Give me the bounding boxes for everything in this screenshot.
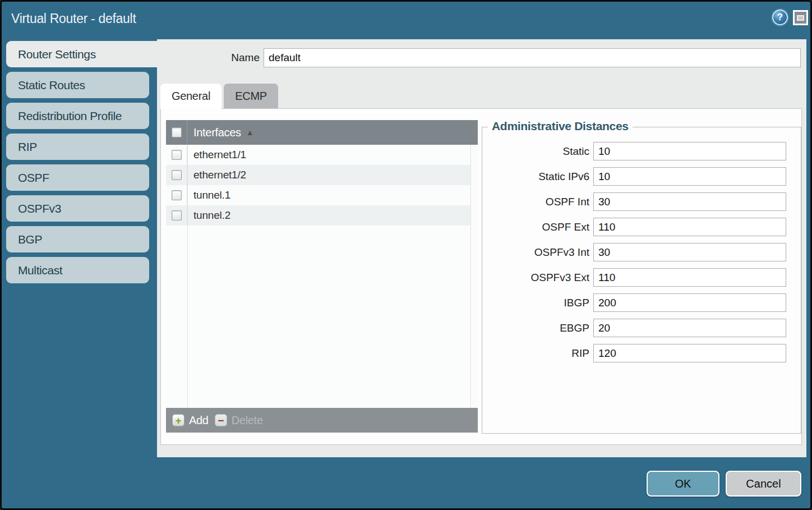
help-icon-glyph: ? [777, 12, 783, 22]
sidebar-item-router-settings[interactable]: Router Settings [6, 41, 157, 67]
ok-button[interactable]: OK [647, 471, 719, 497]
sidebar-item-rip[interactable]: RIP [6, 134, 149, 160]
row-checkbox[interactable] [172, 150, 182, 160]
sidebar-item-bgp[interactable]: BGP [6, 226, 149, 252]
delete-button-label: Delete [232, 414, 263, 427]
ospf-int-label: OSPF Int [482, 196, 589, 208]
table-row[interactable]: tunnel.1 [166, 185, 478, 205]
router-settings-panel: Name General ECMP Interfaces ▲ ethe [157, 39, 806, 457]
sort-ascending-icon[interactable]: ▲ [246, 128, 254, 137]
ospfv3-ext-label: OSPFv3 Ext [482, 272, 589, 284]
name-label: Name [157, 52, 260, 64]
form-row: OSPF Ext [482, 218, 801, 236]
rip-label: RIP [482, 347, 589, 360]
form-row: OSPFv3 Int [482, 243, 801, 261]
static-label: Static [482, 145, 589, 158]
ebgp-label: EBGP [482, 322, 589, 334]
sidebar-item-multicast[interactable]: Multicast [6, 257, 149, 283]
form-row: Static [482, 142, 801, 160]
form-row: EBGP [482, 319, 801, 337]
add-button[interactable]: + Add [172, 414, 209, 427]
interfaces-table-header[interactable]: Interfaces ▲ [166, 120, 478, 145]
interface-name: ethernet1/2 [193, 169, 246, 181]
table-row[interactable]: ethernet1/2 [166, 165, 478, 185]
table-row[interactable]: tunnel.2 [166, 205, 478, 226]
interfaces-column-header: Interfaces [193, 126, 241, 139]
column-separator [187, 145, 188, 408]
tab-general[interactable]: General [160, 84, 222, 109]
minimize-icon-glyph [797, 15, 804, 21]
minus-icon: − [215, 414, 227, 426]
ospf-int-input[interactable] [593, 192, 786, 211]
row-checkbox[interactable] [172, 210, 182, 220]
static-input[interactable] [593, 142, 786, 160]
dialog-title: Virtual Router - default [11, 11, 136, 26]
plus-icon: + [172, 414, 184, 426]
interfaces-table-footer: + Add − Delete [166, 408, 478, 433]
administrative-distances-form: Static Static IPv6 OSPF Int OSPF Ext [482, 142, 801, 362]
form-row: OSPF Int [482, 192, 801, 211]
table-row[interactable]: ethernet1/1 [166, 145, 478, 165]
minimize-icon[interactable] [793, 10, 808, 25]
table-scrollbar[interactable] [470, 145, 478, 408]
delete-button[interactable]: − Delete [215, 414, 263, 427]
sidebar-item-static-routes[interactable]: Static Routes [6, 72, 149, 98]
ospf-ext-label: OSPF Ext [482, 221, 589, 233]
ibgp-label: IBGP [482, 297, 589, 309]
help-icon[interactable]: ? [772, 10, 788, 25]
administrative-distances-title: Administrative Distances [488, 120, 633, 133]
form-row: OSPFv3 Ext [482, 268, 801, 287]
ospf-ext-input[interactable] [593, 218, 786, 236]
rip-input[interactable] [593, 344, 786, 362]
row-checkbox[interactable] [172, 170, 182, 180]
ospfv3-int-input[interactable] [593, 243, 786, 261]
form-row: RIP [482, 344, 801, 362]
interfaces-table: Interfaces ▲ ethernet1/1 ethernet1/2 [166, 120, 478, 433]
ospfv3-int-label: OSPFv3 Int [482, 246, 589, 259]
interfaces-table-body: ethernet1/1 ethernet1/2 tunnel.1 [166, 145, 478, 408]
name-input[interactable] [264, 48, 801, 67]
add-button-label: Add [189, 414, 209, 427]
general-tab-content: Interfaces ▲ ethernet1/1 ethernet1/2 [160, 108, 802, 445]
interface-name: tunnel.2 [193, 209, 230, 222]
ebgp-input[interactable] [593, 319, 786, 337]
tab-ecmp[interactable]: ECMP [224, 84, 278, 108]
ibgp-input[interactable] [593, 293, 786, 312]
row-checkbox[interactable] [172, 190, 182, 200]
sidebar-item-ospfv3[interactable]: OSPFv3 [6, 195, 149, 222]
static-ipv6-input[interactable] [593, 167, 786, 186]
interface-name: tunnel.1 [193, 189, 230, 201]
form-row: IBGP [482, 293, 801, 312]
sidebar-item-redistribution-profile[interactable]: Redistribution Profile [6, 103, 149, 129]
administrative-distances-fieldset: Administrative Distances Static Static I… [482, 127, 801, 434]
ospfv3-ext-input[interactable] [593, 268, 786, 287]
form-row: Static IPv6 [482, 167, 801, 186]
sidebar-item-ospf[interactable]: OSPF [6, 164, 149, 191]
virtual-router-dialog: Virtual Router - default ? Router Settin… [0, 0, 812, 510]
select-all-checkbox[interactable] [172, 127, 182, 137]
cancel-button[interactable]: Cancel [726, 471, 801, 497]
column-separator [187, 120, 187, 145]
static-ipv6-label: Static IPv6 [482, 171, 589, 183]
interface-name: ethernet1/1 [193, 149, 246, 161]
